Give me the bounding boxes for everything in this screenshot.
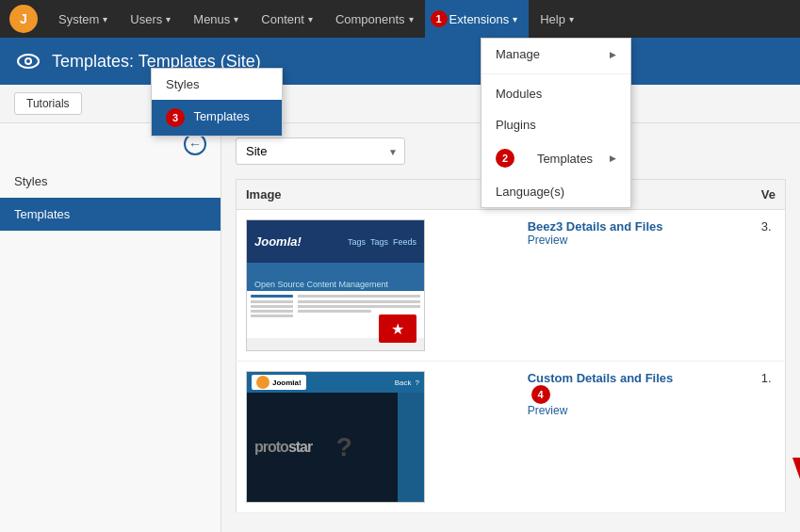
dropdown-templates[interactable]: 2 Templates xyxy=(482,140,630,176)
beez3-image: Joomla! Tags Tags Feeds Open Source Cont… xyxy=(246,219,425,351)
question-mark: ? xyxy=(336,432,352,462)
help-caret-icon: ▾ xyxy=(569,14,574,24)
template-image-cell: Joomla! Tags Tags Feeds Open Source Cont… xyxy=(237,210,518,362)
svg-point-2 xyxy=(26,59,30,63)
toolbar: Tutorials xyxy=(0,85,800,123)
components-caret-icon: ▾ xyxy=(409,14,414,24)
templates-table: Image Template ▲ Ve xyxy=(236,179,786,513)
nav-components[interactable]: Components ▾ xyxy=(324,0,425,38)
filter-select-wrapper: Site Administrator xyxy=(236,137,405,165)
menus-caret-icon: ▾ xyxy=(234,14,238,24)
protostar-logo: Joomla! xyxy=(252,375,306,390)
protostar-body: protostar ? xyxy=(247,393,424,502)
protostar-name-cell: Custom Details and Files 4 Preview xyxy=(518,362,752,513)
nav-help[interactable]: Help ▾ xyxy=(529,0,585,38)
users-caret-icon: ▾ xyxy=(166,14,171,24)
submenu-styles[interactable]: Styles xyxy=(152,69,282,100)
step2-badge: 2 xyxy=(496,149,514,168)
protostar-version-cell: 1. xyxy=(752,362,786,513)
protostar-details-link[interactable]: Custom Details and Files xyxy=(528,371,743,385)
beez3-preview-link[interactable]: Preview xyxy=(528,234,743,247)
protostar-text-area: protostar xyxy=(247,434,319,460)
protostar-text: protostar xyxy=(254,439,312,455)
beez3-red-box: ★ xyxy=(379,314,416,343)
beez3-details-link[interactable]: Beez3 Details and Files xyxy=(528,219,743,234)
system-caret-icon: ▾ xyxy=(103,14,107,24)
beez3-body: ★ xyxy=(247,291,424,338)
top-navbar: J System ▾ Users ▾ Menus ▾ Content ▾ Com… xyxy=(0,0,800,38)
beez3-header: Joomla! Tags Tags Feeds xyxy=(247,220,424,263)
beez3-version-cell: 3. xyxy=(752,210,786,362)
protostar-sidebar xyxy=(398,393,424,502)
step3-badge: 3 xyxy=(166,108,185,127)
extensions-dropdown: Manage Modules Plugins 2 Templates Langu… xyxy=(481,38,631,208)
protostar-header: Joomla! Back ? xyxy=(247,372,424,393)
beez3-logo: Joomla! xyxy=(254,234,302,249)
beez3-sidebar xyxy=(251,295,298,334)
site-filter-select[interactable]: Site Administrator xyxy=(236,137,405,165)
table-row: Joomla! Tags Tags Feeds Open Source Cont… xyxy=(237,210,786,362)
protostar-nav: Back ? xyxy=(306,379,419,387)
dropdown-manage[interactable]: Manage xyxy=(482,39,630,70)
dropdown-modules[interactable]: Modules xyxy=(482,78,630,109)
table-row: Joomla! Back ? xyxy=(237,362,786,513)
protostar-image-cell: Joomla! Back ? xyxy=(237,362,518,513)
nav-extensions[interactable]: 1 Extensions ▾ xyxy=(425,0,530,38)
content-caret-icon: ▾ xyxy=(308,14,313,24)
step4-badge: 4 xyxy=(531,385,550,404)
protostar-preview: Joomla! Back ? xyxy=(247,372,424,502)
tutorials-button[interactable]: Tutorials xyxy=(14,92,82,115)
main-area: ← Styles Templates Site Administrator Im… xyxy=(0,123,800,532)
beez3-nav: Tags Tags Feeds xyxy=(302,237,416,247)
protostar-image: Joomla! Back ? xyxy=(246,371,425,503)
joomla-logo: J xyxy=(9,5,38,33)
sidebar-item-styles[interactable]: Styles xyxy=(0,165,220,198)
sidebar-item-templates[interactable]: Templates xyxy=(0,198,220,231)
beez3-preview: Joomla! Tags Tags Feeds Open Source Cont… xyxy=(247,220,424,350)
nav-users[interactable]: Users ▾ xyxy=(119,0,182,38)
protostar-preview-link[interactable]: Preview xyxy=(528,404,743,417)
page-header: Templates: Templates (Site) xyxy=(0,38,800,85)
nav-menus[interactable]: Menus ▾ xyxy=(182,0,250,38)
nav-system[interactable]: System ▾ xyxy=(47,0,119,38)
extensions-caret-icon: ▾ xyxy=(513,14,517,24)
nav-content[interactable]: Content ▾ xyxy=(250,0,324,38)
dropdown-divider-1 xyxy=(482,73,630,74)
sidebar: ← Styles Templates xyxy=(0,123,221,532)
beez3-name-cell: Beez3 Details and Files Preview xyxy=(518,210,752,362)
nav-items: System ▾ Users ▾ Menus ▾ Content ▾ Compo… xyxy=(47,0,791,38)
col-version: Ve xyxy=(752,180,786,210)
beez3-subtitle: Open Source Content Management xyxy=(247,263,424,291)
dropdown-languages[interactable]: Language(s) xyxy=(482,176,630,207)
extensions-badge: 1 xyxy=(431,10,448,27)
dropdown-plugins[interactable]: Plugins xyxy=(482,109,630,140)
col-image: Image xyxy=(237,180,518,210)
submenu-templates[interactable]: 3 Templates xyxy=(152,100,282,136)
templates-eye-icon xyxy=(14,47,42,75)
extensions-submenu: Styles 3 Templates xyxy=(151,68,283,137)
